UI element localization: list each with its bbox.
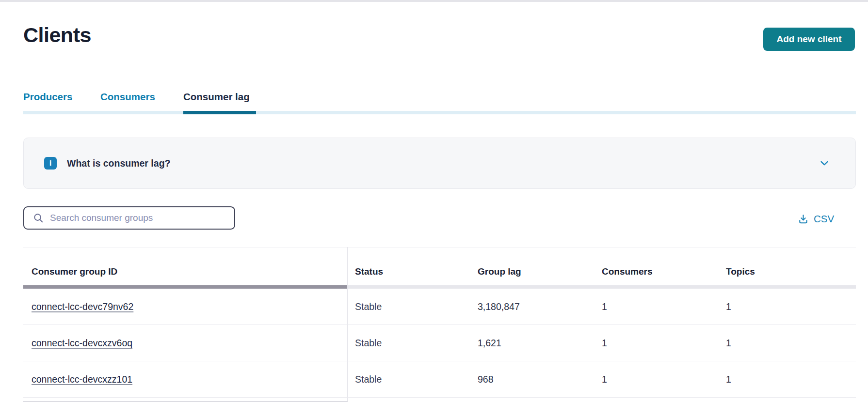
group-lag-cell: 3,180,847 <box>478 301 520 312</box>
clients-page: Clients Add new client Producers Consume… <box>0 0 868 402</box>
search-box[interactable] <box>23 206 235 230</box>
csv-label: CSV <box>814 213 834 225</box>
tab-consumer-lag[interactable]: Consumer lag <box>183 91 250 103</box>
status-cell: Stable <box>355 338 382 349</box>
column-header-topics[interactable]: Topics <box>726 266 755 277</box>
consumer-lag-info-banner[interactable]: i What is consumer lag? <box>23 138 856 189</box>
topics-cell: 1 <box>726 338 731 349</box>
page-title: Clients <box>23 23 91 47</box>
info-icon: i <box>44 157 57 170</box>
consumers-cell: 1 <box>602 338 607 349</box>
column-header-consumer-group-id[interactable]: Consumer group ID <box>32 266 117 277</box>
search-icon <box>33 213 44 224</box>
table-top-border <box>23 247 856 247</box>
active-tab-indicator <box>183 111 256 114</box>
header-underline <box>347 285 856 289</box>
status-cell: Stable <box>355 301 382 312</box>
group-lag-cell: 1,621 <box>478 338 501 349</box>
table-row: connect-lcc-devcxzz101 Stable 968 1 1 <box>23 361 856 398</box>
table-row: connect-lcc-devc79nv62 Stable 3,180,847 … <box>23 289 856 325</box>
download-icon <box>798 214 809 225</box>
column-header-status[interactable]: Status <box>355 266 383 277</box>
consumer-group-link[interactable]: connect-lcc-devc79nv62 <box>32 301 133 312</box>
consumers-cell: 1 <box>602 374 607 385</box>
table-body: connect-lcc-devc79nv62 Stable 3,180,847 … <box>23 289 856 398</box>
chevron-down-icon[interactable] <box>819 158 830 169</box>
add-new-client-button[interactable]: Add new client <box>763 28 855 51</box>
tab-track <box>23 111 856 114</box>
group-lag-cell: 968 <box>478 374 494 385</box>
status-cell: Stable <box>355 374 382 385</box>
csv-export-link[interactable]: CSV <box>798 212 834 226</box>
consumer-group-link[interactable]: connect-lcc-devcxzv6oq <box>32 338 132 349</box>
tab-producers[interactable]: Producers <box>23 91 72 103</box>
consumer-group-link[interactable]: connect-lcc-devcxzz101 <box>32 374 132 385</box>
topics-cell: 1 <box>726 374 731 385</box>
topics-cell: 1 <box>726 301 731 312</box>
table-row: connect-lcc-devcxzv6oq Stable 1,621 1 1 <box>23 325 856 361</box>
top-divider <box>0 0 868 2</box>
tab-consumers[interactable]: Consumers <box>100 91 155 103</box>
column-header-group-lag[interactable]: Group lag <box>478 266 521 277</box>
search-input[interactable] <box>50 213 227 223</box>
banner-title: What is consumer lag? <box>67 158 819 169</box>
column-header-consumers[interactable]: Consumers <box>602 266 653 277</box>
consumers-cell: 1 <box>602 301 607 312</box>
sorted-column-underline <box>23 285 347 289</box>
